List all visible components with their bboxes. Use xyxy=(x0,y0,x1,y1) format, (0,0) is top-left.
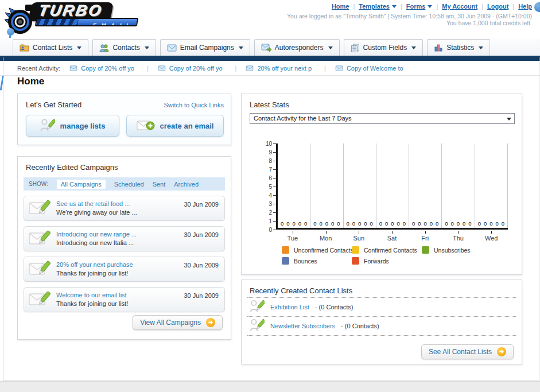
see-all-contact-lists-button[interactable]: See All Contact Lists ➜ xyxy=(421,344,514,359)
autoresponders-icon xyxy=(261,44,271,52)
chart-legend: Unconfirmed ContactsConfirmed ContactsUn… xyxy=(282,246,508,265)
day-group: 00000 xyxy=(475,143,508,228)
contacts-icon xyxy=(99,44,109,52)
legend-entry: Confirmed Contacts xyxy=(352,246,422,254)
footer-bar xyxy=(0,381,540,392)
contact-list-link[interactable]: Newsletter Subscribers xyxy=(270,323,335,329)
switch-to-quick-links[interactable]: Switch to Quick Links xyxy=(164,102,224,108)
recent-activity-item[interactable]: Copy of Welcome to xyxy=(335,65,403,72)
page-title: Home xyxy=(17,76,44,87)
contact-list-items: Exhibition List - (0 Contacts) Newslette… xyxy=(247,298,516,336)
legend-entry: Unsubscribes xyxy=(422,246,508,254)
manage-lists-button[interactable]: manage lists xyxy=(26,115,119,137)
x-tick-label: Wed xyxy=(475,231,508,242)
y-tick-label: 3 xyxy=(269,200,276,207)
plot-area: 00000000000000000000000000000000000 xyxy=(276,143,508,230)
campaign-title-link[interactable]: Introducing our new range ... xyxy=(56,231,137,238)
campaign-card[interactable]: Introducing our new range ... Introducin… xyxy=(24,226,225,251)
y-tick-label: 1 xyxy=(269,218,276,224)
main-nav-bar: Contact Lists Contacts Email Campaigns A… xyxy=(0,38,540,56)
x-labels: TueMonSunSatFriThuWed xyxy=(276,231,508,242)
tab-contact-lists[interactable]: Contact Lists xyxy=(13,39,88,56)
contact-list-item[interactable]: Exhibition List - (0 Contacts) xyxy=(247,298,516,317)
get-started-buttons: manage lists create an email xyxy=(26,115,224,137)
contact-lists-icon xyxy=(20,44,29,52)
campaign-title-link[interactable]: 20% off your next purchase xyxy=(56,261,133,268)
contact-activity-chart: 109876543210 000000000000000000000000000… xyxy=(259,140,511,244)
tab-autoresponders[interactable]: Autoresponders xyxy=(254,39,340,56)
tab-contacts[interactable]: Contacts xyxy=(92,39,156,56)
recent-activity-item[interactable]: 20% off your next p xyxy=(246,65,325,72)
contact-list-link[interactable]: Exhibition List xyxy=(270,304,309,311)
campaign-text: See us at the retail food ... We're givi… xyxy=(56,200,137,216)
person-pencil-icon xyxy=(250,299,265,315)
latest-stats-panel: Latest Stats Contact Activity for the La… xyxy=(241,94,522,275)
chevron-down-icon xyxy=(411,46,416,49)
logo-text: TURBO EMAIL xyxy=(30,2,138,26)
arrow-icon: ➜ xyxy=(497,347,506,356)
contact-list-item[interactable]: Newsletter Subscribers - (0 Contacts) xyxy=(247,317,516,336)
stats-panel-title: Latest Stats xyxy=(250,100,289,109)
campaign-text: 20% off your next purchase Thanks for jo… xyxy=(56,261,133,277)
filter-archived[interactable]: Archived xyxy=(174,181,199,188)
y-tick-label: 9 xyxy=(269,149,276,156)
envelope-plus-icon xyxy=(137,119,155,132)
login-status-text: You are logged in as "Timothy Smith" | S… xyxy=(287,13,532,20)
y-tick-label: 4 xyxy=(269,192,276,199)
nav-link-templates[interactable]: Templates xyxy=(359,3,397,10)
chevron-down-icon xyxy=(428,5,432,8)
statistics-icon xyxy=(434,44,443,52)
contact-list-count: - (0 Contacts) xyxy=(315,304,353,311)
campaign-date: 30 Jun 2009 xyxy=(184,201,219,208)
nav-link-my-account[interactable]: My Account xyxy=(442,3,477,10)
filter-scheduled[interactable]: Scheduled xyxy=(114,181,144,188)
y-tick-label: 2 xyxy=(269,209,276,216)
logo-word-email: EMAIL xyxy=(92,22,137,26)
recent-activity-item[interactable]: Copy of 20% off yo xyxy=(158,65,237,72)
logo-word-turbo: TURBO xyxy=(38,2,104,20)
campaign-card[interactable]: See us at the retail food ... We're givi… xyxy=(24,196,225,221)
campaign-subtitle: Thanks for joining our list! xyxy=(56,270,133,277)
filter-all-campaigns[interactable]: All Campaigns xyxy=(57,180,106,189)
legend-entry: Forwards xyxy=(352,257,422,265)
recently-edited-campaigns-panel: Recently Edited Campaigns SHOW: All Camp… xyxy=(17,156,231,340)
get-started-title: Let's Get Started xyxy=(26,100,81,109)
campaign-title-link[interactable]: See us at the retail food ... xyxy=(56,200,137,207)
chevron-down-icon xyxy=(392,5,397,8)
logo-email-bar: EMAIL xyxy=(35,18,139,26)
nav-link-home[interactable]: Home xyxy=(332,3,349,10)
day-group: 00000 xyxy=(344,143,376,228)
y-tick-label: 6 xyxy=(269,174,276,181)
legend-entry: Bounces xyxy=(282,257,352,265)
recent-activity-label: Recent Activity: xyxy=(17,65,60,72)
tab-custom-fields[interactable]: Custom Fields xyxy=(344,39,424,56)
y-tick-label: 8 xyxy=(269,157,276,164)
contact-list-count: - (0 Contacts) xyxy=(341,323,379,329)
view-all-campaigns-button[interactable]: View All Campaigns ➜ xyxy=(133,315,223,330)
stats-report-select[interactable]: Contact Activity for the Last 7 Days xyxy=(250,113,515,124)
campaign-subtitle: Thanks for joining our list! xyxy=(56,300,128,307)
y-tick-label: 5 xyxy=(269,183,276,190)
show-label: SHOW: xyxy=(29,181,48,187)
nav-link-forms[interactable]: Forms xyxy=(406,3,433,10)
chevron-down-icon xyxy=(479,46,483,49)
campaign-card[interactable]: Welcome to our email list Thanks for joi… xyxy=(24,287,225,312)
navy-divider-bar xyxy=(0,56,540,61)
day-group: 00000 xyxy=(376,143,409,228)
create-email-button[interactable]: create an email xyxy=(126,115,224,137)
tab-statistics[interactable]: Statistics xyxy=(427,39,490,56)
envelope-icon xyxy=(69,65,77,71)
recent-activity-item[interactable]: Copy of 20% off yo xyxy=(69,65,149,72)
y-tick-label: 10 xyxy=(266,140,276,147)
filter-sent[interactable]: Sent xyxy=(153,181,166,188)
x-tick-label: Sat xyxy=(375,231,409,242)
x-tick-label: Fri xyxy=(409,231,442,242)
nav-link-logout[interactable]: Logout xyxy=(487,3,508,10)
tab-email-campaigns[interactable]: Email Campaigns xyxy=(160,39,250,56)
campaign-title-link[interactable]: Welcome to our email list xyxy=(56,292,128,298)
envelope-icon xyxy=(335,65,343,71)
campaign-card[interactable]: 20% off your next purchase Thanks for jo… xyxy=(24,257,225,282)
nav-link-help[interactable]: Help xyxy=(518,3,532,10)
envelope-icon xyxy=(246,65,254,71)
day-group: 00000 xyxy=(278,143,310,228)
